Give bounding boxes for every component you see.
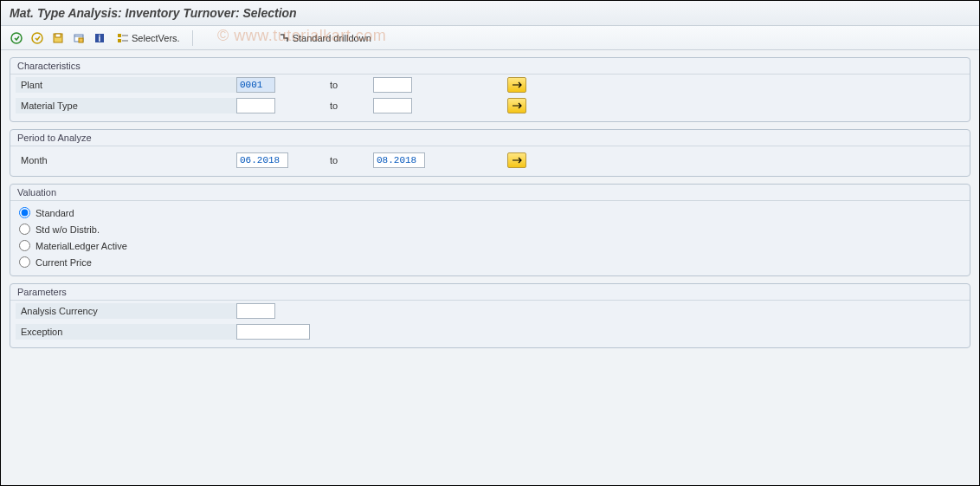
parameters-title: Parameters xyxy=(10,284,970,301)
svg-rect-9 xyxy=(118,34,121,37)
exception-input[interactable] xyxy=(236,324,310,340)
standard-drilldown-button[interactable]: Standard drilldown xyxy=(273,29,377,47)
plant-from-input[interactable] xyxy=(236,77,275,93)
material-type-to-input[interactable] xyxy=(373,98,412,113)
execute-variant-icon[interactable] xyxy=(29,29,46,47)
material-type-from-input[interactable] xyxy=(236,98,275,113)
toolbar-separator xyxy=(192,30,193,46)
material-type-label: Material Type xyxy=(16,98,236,113)
svg-rect-3 xyxy=(55,34,61,37)
valuation-mlactive-label: MaterialLedger Active xyxy=(35,241,127,251)
valuation-stdnodistrib-label: Std w/o Distrib. xyxy=(35,224,100,235)
period-title: Period to Analyze xyxy=(10,130,970,146)
analysis-currency-input[interactable] xyxy=(236,303,275,319)
standard-drilldown-label: Standard drilldown xyxy=(293,33,371,43)
select-vers-button[interactable]: SelectVers. xyxy=(112,29,185,47)
execute-icon[interactable] xyxy=(8,29,25,47)
info-icon[interactable]: i xyxy=(91,29,108,47)
month-to-input[interactable] xyxy=(373,152,425,168)
svg-text:i: i xyxy=(99,34,101,43)
toolbar: i SelectVers. Standard drilldown xyxy=(1,26,979,50)
svg-rect-10 xyxy=(118,39,121,42)
plant-to-input[interactable] xyxy=(373,77,412,93)
material-type-multiselect-button[interactable] xyxy=(507,98,526,113)
parameters-group: Parameters Analysis Currency Exception xyxy=(10,283,970,348)
valuation-standard-label: Standard xyxy=(35,208,74,218)
svg-point-1 xyxy=(32,33,42,43)
plant-label: Plant xyxy=(16,77,236,93)
valuation-mlactive-radio[interactable] xyxy=(19,240,30,251)
characteristics-group: Characteristics Plant to Material Type t… xyxy=(10,57,970,122)
analysis-currency-label: Analysis Currency xyxy=(16,303,236,319)
valuation-group: Valuation Standard Std w/o Distrib. Mate… xyxy=(10,184,970,276)
to-label: to xyxy=(330,80,373,90)
to-label: to xyxy=(330,100,373,111)
month-label: Month xyxy=(16,152,236,168)
period-group: Period to Analyze Month to xyxy=(10,129,970,177)
plant-multiselect-button[interactable] xyxy=(507,77,526,93)
svg-rect-6 xyxy=(79,38,83,42)
valuation-standard-radio[interactable] xyxy=(19,207,30,218)
valuation-stdnodistrib-radio[interactable] xyxy=(19,224,30,235)
save-icon[interactable] xyxy=(49,29,67,47)
characteristics-title: Characteristics xyxy=(10,58,970,75)
svg-point-0 xyxy=(11,33,22,43)
valuation-currentprice-row[interactable]: Current Price xyxy=(10,254,970,270)
valuation-stdnodistrib-row[interactable]: Std w/o Distrib. xyxy=(10,221,970,237)
valuation-currentprice-radio[interactable] xyxy=(19,256,30,268)
month-from-input[interactable] xyxy=(236,152,288,168)
valuation-standard-row[interactable]: Standard xyxy=(10,204,970,221)
select-vers-label: SelectVers. xyxy=(132,33,180,43)
to-label: to xyxy=(330,155,373,165)
valuation-title: Valuation xyxy=(10,185,970,201)
page-title: Mat. Type Analysis: Inventory Turnover: … xyxy=(1,1,979,26)
month-multiselect-button[interactable] xyxy=(507,152,526,168)
exception-label: Exception xyxy=(16,324,236,340)
valuation-mlactive-row[interactable]: MaterialLedger Active xyxy=(10,237,970,254)
valuation-currentprice-label: Current Price xyxy=(35,257,92,268)
program-icon[interactable] xyxy=(70,29,87,47)
